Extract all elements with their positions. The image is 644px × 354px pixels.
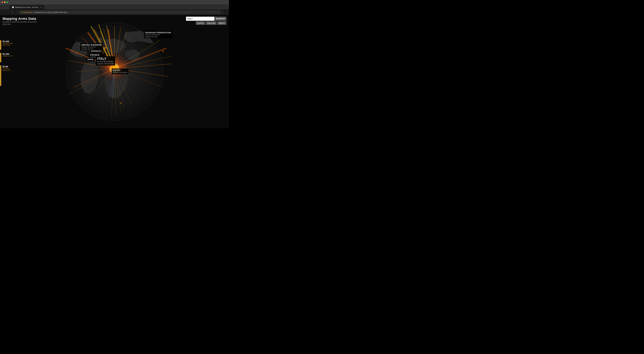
url-bar[interactable]: ⚠ Not Secure | nisatapps.prio.org/armsgl… [19,10,220,14]
search-row: SEARCH [186,17,226,21]
country-label-egypt[interactable]: EGYPT Imported: $11,955,000 [112,68,128,74]
country-name-italy: ITALY [97,57,114,60]
country-label-spain[interactable]: SPAIN [86,58,95,61]
browser-nav: ← → ↻ ⌂ ⚠ Not Secure | nisatapps.prio.or… [0,10,229,15]
home-button[interactable]: ⌂ [16,11,18,14]
country-label-italy[interactable]: ITALY Imported: $53,145,000 exported: $7… [96,56,115,66]
app-container: Mapping Arms Data the trade in small arm… [0,15,229,128]
country-stats-italy: Imported: $53,145,000 exported: $729,625… [97,60,114,65]
country-name-russia: RUSSIAN FEDERATION [145,32,171,34]
bar-segment-unspecified: $0.16B UNSPECIFIEDWEAPONS [0,40,19,50]
maximize-button[interactable] [6,2,8,3]
search-button[interactable]: SEARCH [214,17,226,21]
security-badge: ⚠ Not Secure | [21,11,34,13]
svg-point-41 [76,52,77,54]
country-name-egypt: EGYPT [113,69,127,72]
country-name-france: FRANCE [90,54,104,56]
app-subtitle-line2: 1992-2014 [2,23,37,26]
app-header: Mapping Arms Data the trade in small arm… [2,17,37,26]
bar-value-ammo: $0.16B [2,53,12,55]
browser-chrome: 📊 Mapping Arms Data - the trad... ✕ [0,0,229,10]
tab-close-button[interactable]: ✕ [40,6,42,8]
bar-category-unspecified: UNSPECIFIEDWEAPONS [2,42,13,46]
bar-category-civilian: CIVILIANWEAPONS [2,68,10,71]
zoom-out-button[interactable]: Zoom Out [206,22,217,25]
country-label-russia[interactable]: RUSSIAN FEDERATION Imported: $26,080,000… [144,31,172,38]
bar-value-unspecified: $0.16B [2,40,13,42]
bar-segment-civilian: $0.4B CIVILIANWEAPONS [0,66,19,86]
country-name-germany: GERMANY [91,50,102,52]
svg-point-42 [120,102,122,104]
title-bar [0,0,229,4]
bar-chart: $0.16B UNSPECIFIEDWEAPONS $0.16B AMMUNIT… [0,40,19,89]
country-label-germany[interactable]: GERMANY [90,49,103,53]
minimize-button[interactable] [4,2,6,3]
svg-point-39 [104,47,106,49]
close-button[interactable] [2,2,3,3]
bookmark-icon[interactable]: ☆ [222,11,224,14]
zoom-in-button[interactable]: Zoom In [196,22,205,25]
app-title: Mapping Arms Data [2,17,37,21]
lock-icon: ⚠ [21,11,22,13]
security-text: Not Secure [23,11,32,13]
url-text: nisatapps.prio.org/armsglobe/index.php [34,11,67,13]
tab-title: Mapping Arms Data - the trad... [15,6,39,8]
app-subtitle-line1: the trade in small arms and their ammuni… [2,21,37,23]
country-name-spain: SPAIN [88,58,94,60]
refresh-button[interactable]: ↻ [11,11,14,14]
svg-point-40 [162,50,164,52]
tab-bar: 📊 Mapping Arms Data - the trad... ✕ [0,4,229,10]
browser-tab[interactable]: 📊 Mapping Arms Data - the trad... ✕ [10,5,44,10]
search-input[interactable] [186,17,214,21]
forward-button[interactable]: → [6,11,10,14]
back-button[interactable]: ← [2,11,5,14]
tab-favicon: 📊 [12,6,14,8]
about-button[interactable]: ABOUT [217,22,226,25]
search-area: SEARCH Zoom In Zoom Out ABOUT [186,17,226,25]
bar-value-civilian: $0.4B [2,66,10,68]
bar-label-civilian: $0.4B CIVILIANWEAPONS [2,66,10,71]
bar-civilian [0,66,1,86]
bar-category-ammo: AMMUNITION [2,55,12,57]
zoom-row: Zoom In Zoom Out ABOUT [196,22,226,25]
country-name-uk: UNITED KINGDOM [82,44,102,46]
menu-icon[interactable]: ⋮ [225,11,227,14]
country-stats-russia: Imported: $26,080,000 exported: $115,000 [145,34,171,38]
country-stats-egypt: Imported: $11,955,000 [113,72,127,74]
bar-label-ammo: $0.16B AMMUNITION [2,53,12,57]
bar-label-unspecified: $0.16B UNSPECIFIEDWEAPONS [2,40,13,46]
bar-ammo [0,53,1,62]
bar-segment-ammo: $0.16B AMMUNITION [0,53,19,62]
bar-unspecified [0,40,1,50]
